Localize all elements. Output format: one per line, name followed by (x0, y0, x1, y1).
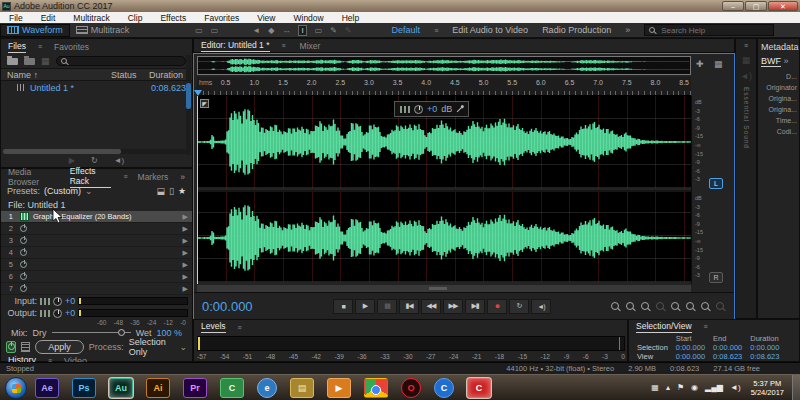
zoom-in-amplitude-button[interactable] (671, 302, 679, 310)
taskbar-item-5[interactable]: C (220, 378, 244, 398)
workspace-edit-audio-to-video[interactable]: Edit Audio to Video (452, 25, 528, 35)
slot-expand-arrow[interactable]: ▶ (183, 273, 188, 281)
multitrack-view-button[interactable]: Multitrack (70, 24, 136, 37)
taskbar-item-1[interactable]: Ps (72, 378, 96, 398)
zoom-reset-button[interactable] (656, 302, 664, 310)
presets-dropdown-chevron[interactable]: ⌄ (85, 186, 93, 196)
hud-value[interactable]: +0 (427, 104, 437, 114)
volume-hud[interactable]: +0 dB (394, 101, 469, 117)
start-button[interactable] (5, 377, 27, 399)
speaker-button[interactable]: ◄) (531, 299, 551, 314)
taskbar-item-12[interactable]: C (467, 378, 491, 398)
input-gain-knob[interactable] (53, 297, 62, 306)
menu-edit[interactable]: Edit (32, 13, 65, 23)
playhead-time-display[interactable]: 0:00.000 (202, 299, 297, 314)
delete-preset-icon[interactable]: ▯ (169, 186, 174, 196)
auto-icon[interactable]: ▦ (742, 55, 751, 65)
tray-icon-5[interactable]: ◄) (730, 383, 741, 392)
play-preview-icon[interactable]: ▶ (69, 156, 75, 165)
effect-slot-2[interactable]: 2▶ (1, 223, 192, 235)
taskbar-item-4[interactable]: Pr (183, 378, 207, 398)
paintbrush-tool-icon[interactable]: ✎ (345, 26, 352, 35)
panel-menu-icon[interactable]: ≡ (123, 173, 127, 180)
value-duration[interactable]: 0:08.623 (746, 352, 783, 361)
rewind-button[interactable]: ◀◀ (421, 299, 441, 314)
menu-clip[interactable]: Clip (119, 13, 152, 23)
marquee-tool-icon[interactable]: ▭ (315, 26, 323, 35)
tab-markers[interactable]: Markers (138, 172, 169, 182)
more-tabs-chevron[interactable]: » (784, 56, 789, 66)
panel-menu-icon[interactable]: ≡ (282, 42, 286, 49)
slot-expand-arrow[interactable]: ▶ (183, 249, 188, 257)
effect-slot-5[interactable]: 5▶ (1, 259, 192, 271)
workspace-default[interactable]: Default (392, 25, 421, 35)
process-dropdown[interactable]: Selection Only ⌄ (129, 337, 187, 357)
tab-media-browser[interactable]: Media Browser (8, 167, 58, 187)
more-tabs-chevron[interactable]: » (180, 172, 185, 182)
monitor-toggle-icons[interactable]: ▭ ▭ (195, 26, 218, 35)
effect-slot-4[interactable]: 4▶ (1, 247, 192, 259)
effect-slot-7[interactable]: 7▶ (1, 283, 192, 295)
fast-forward-button[interactable]: ▶▶ (443, 299, 463, 314)
play-button[interactable]: ▶ (355, 299, 375, 314)
panel-menu-icon[interactable]: ≡ (238, 324, 242, 331)
mix-slider[interactable] (52, 332, 131, 333)
taskbar-item-0[interactable]: Ae (35, 378, 59, 398)
collapsed-panel-label[interactable]: Essential Sound (743, 87, 750, 149)
effect-slot-6[interactable]: 6▶ (1, 271, 192, 283)
menu-help[interactable]: Help (333, 13, 368, 23)
zoom-selection-button[interactable] (716, 302, 724, 310)
menu-favorites[interactable]: Favorites (195, 13, 248, 23)
navigate-icon[interactable]: ✚ (696, 59, 704, 69)
slot-expand-arrow[interactable]: ▶ (183, 285, 188, 293)
power-icon[interactable] (20, 261, 27, 268)
spectral-display-icon[interactable]: ▭ (195, 26, 203, 35)
loop-preview-icon[interactable]: ↻ (91, 156, 98, 165)
rack-power-toggle[interactable] (6, 341, 16, 353)
clip-badge-icon[interactable]: ◤ (200, 99, 209, 108)
workspace-overflow-chevron[interactable]: » (625, 25, 630, 35)
new-file-icon[interactable]: ▦ (41, 56, 50, 66)
minimize-button[interactable]: – (722, 1, 744, 11)
hud-volume-knob[interactable] (414, 105, 423, 114)
waveform-view-button[interactable]: Waveform (0, 24, 70, 37)
show-desktop-button[interactable] (792, 375, 800, 400)
apply-button[interactable]: Apply (35, 340, 84, 354)
editor-horizontal-scrollbar[interactable] (197, 285, 691, 292)
import-file-icon[interactable] (24, 58, 35, 65)
value-end[interactable]: 0:00.000 (709, 343, 746, 352)
tab-effects-rack[interactable]: Effects Rack (70, 166, 112, 188)
output-gain-knob[interactable] (53, 309, 62, 318)
input-gain-value[interactable]: +0 (65, 296, 75, 306)
taskbar-item-2[interactable]: Au (109, 378, 133, 398)
file-row[interactable]: Untitled 1 * 0:08.623 (1, 81, 192, 94)
zoom-sel-right-button[interactable] (701, 302, 709, 310)
playhead-marker[interactable] (194, 90, 202, 96)
tray-icon-4[interactable]: ▂▄▆ (705, 383, 723, 392)
taskbar-clock[interactable]: 5:37 PM 5/24/2017 (751, 379, 784, 397)
record-button[interactable]: ● (487, 299, 507, 314)
menu-file[interactable]: File (0, 13, 32, 23)
move-tool-icon[interactable]: ◄ (252, 26, 260, 35)
value-end[interactable]: 0:08.623 (709, 352, 746, 361)
channel-R-badge[interactable]: R (709, 272, 723, 283)
value-duration[interactable]: 0:00.000 (746, 343, 783, 352)
open-file-icon[interactable] (7, 58, 18, 65)
zoom-out-full-button[interactable] (641, 302, 649, 310)
video-display-icon[interactable]: ▭ (211, 26, 219, 35)
stop-button[interactable]: ■ (333, 299, 353, 314)
power-icon[interactable] (20, 225, 27, 232)
tab-editor[interactable]: Editor: Untitled 1 * (201, 40, 270, 52)
tab-levels[interactable]: Levels (201, 321, 226, 333)
mix-slider-knob[interactable] (118, 329, 125, 336)
title-bar[interactable]: Au Adobe Audition CC 2017 – ▢ ✕ (0, 0, 800, 12)
power-icon[interactable] (20, 273, 27, 280)
loop-button[interactable]: ↻ (509, 299, 529, 314)
collapsed-panel-strip[interactable]: ≡ ▦ ◄) Essential Sound (735, 38, 757, 319)
zoom-in-time-button[interactable] (611, 302, 619, 310)
menu-window[interactable]: Window (284, 13, 332, 23)
search-input[interactable] (659, 25, 759, 36)
slot-expand-arrow[interactable]: ▶ (183, 225, 188, 233)
taskbar-item-10[interactable]: O (401, 378, 421, 398)
col-status[interactable]: Status (111, 70, 149, 80)
